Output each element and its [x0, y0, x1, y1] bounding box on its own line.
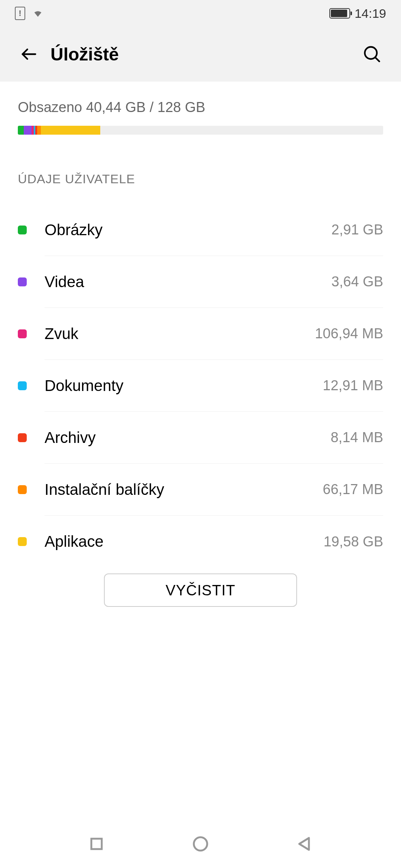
item-value: 3,64 GB — [332, 274, 383, 290]
clean-button-wrap: VYČISTIT — [18, 573, 383, 607]
item-value: 8,14 MB — [330, 430, 383, 445]
item-label: Videa — [45, 273, 84, 291]
section-header: ÚDAJE UŽIVATELE — [18, 172, 383, 186]
storage-item-row[interactable]: Zvuk106,94 MB — [18, 308, 383, 360]
sim-alert-icon — [15, 7, 25, 20]
storage-items-list: Obrázky2,91 GBVidea3,64 GBZvuk106,94 MBD… — [18, 204, 383, 568]
item-body: Obrázky2,91 GB — [45, 204, 383, 256]
status-bar: 14:19 — [0, 0, 401, 27]
color-indicator-icon — [18, 277, 27, 286]
storage-item-row[interactable]: Instalační balíčky66,17 MB — [18, 464, 383, 516]
item-value: 12,91 MB — [323, 378, 383, 394]
battery-icon — [329, 8, 350, 19]
item-value: 66,17 MB — [323, 481, 383, 497]
status-time: 14:19 — [355, 6, 386, 21]
item-body: Zvuk106,94 MB — [45, 308, 383, 360]
header: Úložiště — [0, 27, 401, 82]
nav-recent-button[interactable] — [86, 834, 107, 854]
item-body: Instalační balíčky66,17 MB — [45, 464, 383, 516]
item-label: Instalační balíčky — [45, 481, 164, 499]
progress-segment — [41, 126, 100, 135]
navigation-bar — [0, 820, 401, 868]
item-label: Aplikace — [45, 533, 104, 550]
storage-item-row[interactable]: Obrázky2,91 GB — [18, 204, 383, 256]
nav-back-button[interactable] — [294, 834, 315, 854]
item-label: Dokumenty — [45, 377, 123, 395]
search-button[interactable] — [361, 43, 383, 65]
content: Obsazeno 40,44 GB / 128 GB ÚDAJE UŽIVATE… — [0, 82, 401, 607]
status-left — [15, 7, 45, 20]
status-right: 14:19 — [329, 6, 386, 21]
svg-rect-3 — [91, 839, 102, 849]
svg-point-4 — [194, 837, 207, 851]
wifi-icon — [31, 8, 45, 19]
item-body: Videa3,64 GB — [45, 256, 383, 308]
item-body: Aplikace19,58 GB — [45, 516, 383, 568]
svg-line-2 — [375, 57, 379, 62]
back-button[interactable] — [18, 43, 40, 65]
color-indicator-icon — [18, 537, 27, 546]
storage-progress-bar — [18, 126, 383, 135]
page-title: Úložiště — [50, 44, 361, 65]
item-body: Archivy8,14 MB — [45, 412, 383, 464]
nav-home-button[interactable] — [190, 834, 211, 854]
item-label: Obrázky — [45, 221, 102, 239]
progress-segment — [18, 126, 24, 135]
storage-usage-text: Obsazeno 40,44 GB / 128 GB — [18, 99, 383, 115]
color-indicator-icon — [18, 329, 27, 338]
color-indicator-icon — [18, 226, 27, 234]
svg-marker-5 — [299, 838, 309, 850]
progress-segment — [24, 126, 32, 135]
progress-segment — [37, 126, 41, 135]
storage-item-row[interactable]: Videa3,64 GB — [18, 256, 383, 308]
storage-item-row[interactable]: Archivy8,14 MB — [18, 412, 383, 464]
storage-item-row[interactable]: Aplikace19,58 GB — [18, 516, 383, 568]
clean-button[interactable]: VYČISTIT — [104, 573, 297, 607]
item-value: 106,94 MB — [315, 326, 383, 342]
color-indicator-icon — [18, 381, 27, 390]
item-value: 19,58 GB — [323, 534, 383, 550]
item-label: Zvuk — [45, 325, 78, 343]
item-label: Archivy — [45, 429, 96, 447]
color-indicator-icon — [18, 433, 27, 442]
color-indicator-icon — [18, 485, 27, 494]
item-value: 2,91 GB — [332, 222, 383, 238]
storage-item-row[interactable]: Dokumenty12,91 MB — [18, 360, 383, 412]
item-body: Dokumenty12,91 MB — [45, 360, 383, 412]
